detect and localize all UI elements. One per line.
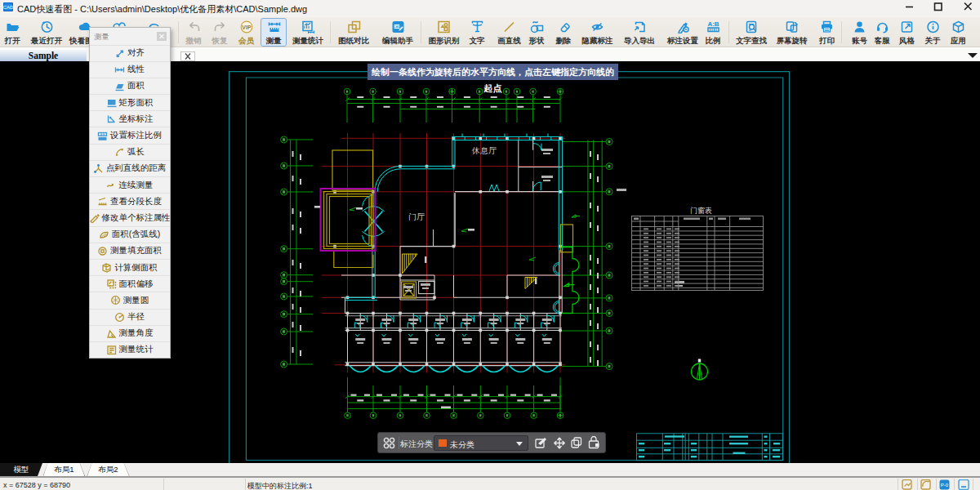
svg-text:CAD: CAD	[393, 24, 400, 29]
svg-text:CAD: CAD	[3, 5, 13, 10]
svg-text:休息厅: 休息厅	[471, 146, 497, 155]
svg-text:门窗表: 门窗表	[690, 207, 712, 215]
svg-text:A:B: A:B	[707, 20, 719, 28]
svg-text:A:B: A:B	[100, 132, 105, 136]
svg-text:门厅: 门厅	[408, 212, 425, 221]
svg-text:P-0: P-0	[941, 483, 949, 488]
